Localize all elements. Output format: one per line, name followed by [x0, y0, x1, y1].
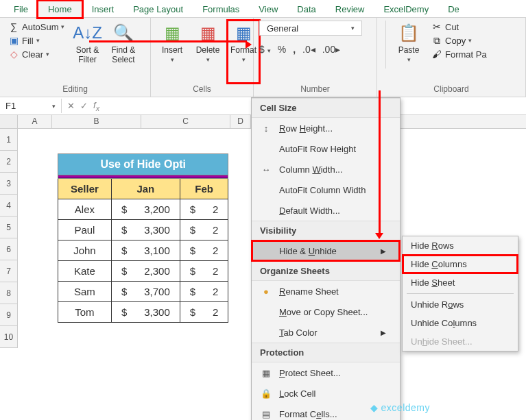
menu-hide-columns[interactable]: Hide Columns — [403, 255, 518, 273]
paint-brush-icon: 🖌 — [431, 49, 442, 60]
fill-button[interactable]: ▣Fill ▾ — [5, 34, 67, 47]
insert-button[interactable]: ▦Insert▾ — [156, 21, 188, 83]
menu-autofit-col[interactable]: AutoFit Column Width — [252, 180, 400, 200]
menu-rename-sheet[interactable]: ●Rename Sheet — [252, 281, 400, 301]
tab-more[interactable]: De — [438, 1, 469, 17]
menu-hide-unhide[interactable]: Hide & Unhide▶ — [252, 240, 400, 261]
cell-jan[interactable]: $ 3,200 — [111, 199, 180, 220]
tab-file[interactable]: File — [4, 1, 38, 17]
group-cells: ▦Insert▾ ▦Delete▾ ▦Format▾ Cells — [151, 18, 254, 97]
percent-button[interactable]: % — [278, 44, 286, 55]
row-headers: 1 2 3 4 5 6 7 8 9 10 — [0, 129, 18, 348]
sort-filter-button[interactable]: A↓ZSort & Filter — [71, 21, 103, 83]
number-format-dropdown[interactable]: General▾ — [259, 21, 362, 36]
chevron-down-icon: ▾ — [61, 23, 64, 30]
eraser-icon: ◇ — [8, 49, 19, 60]
group-cells-label: Cells — [156, 83, 248, 95]
tab-review[interactable]: Review — [326, 1, 374, 17]
row-header[interactable]: 4 — [0, 195, 18, 217]
cell-feb[interactable]: $ 2 — [180, 240, 228, 261]
row-header[interactable]: 3 — [0, 173, 18, 195]
cell-seller[interactable]: Tom — [58, 302, 112, 323]
menu-autofit-row[interactable]: AutoFit Row Height — [252, 138, 400, 159]
watermark: ◆exceldemy — [370, 402, 430, 413]
paste-button[interactable]: 📋Paste▾ — [393, 21, 425, 83]
delete-button[interactable]: ▦Delete▾ — [192, 21, 224, 83]
menu-lock-cell[interactable]: 🔒Lock Cell — [252, 383, 400, 404]
tab-insert[interactable]: Insert — [82, 1, 124, 17]
comma-button[interactable]: , — [293, 44, 296, 55]
menu-label: AutoFit Column Width — [279, 185, 366, 195]
cell-seller[interactable]: John — [58, 240, 112, 261]
group-editing: ∑AutoSum ▾ ▣Fill ▾ ◇Clear ▾ A↓ZSort & Fi… — [0, 18, 151, 97]
menu-hide-sheet[interactable]: Hide Sheet — [403, 273, 518, 292]
name-box-value: F1 — [5, 101, 16, 111]
menu-column-width[interactable]: ↔Column Width... — [252, 159, 400, 180]
col-header-a[interactable]: A — [18, 115, 52, 128]
row-header[interactable]: 7 — [0, 260, 18, 282]
copy-button[interactable]: ⧉Copy ▾ — [429, 34, 490, 47]
fx-icon[interactable]: fx — [93, 100, 99, 112]
tab-view[interactable]: View — [249, 1, 287, 17]
cell-seller[interactable]: Paul — [58, 220, 112, 240]
clear-button[interactable]: ◇Clear ▾ — [5, 48, 67, 60]
menu-unhide-rows[interactable]: Unhide Rows — [403, 295, 518, 314]
group-number-label: Number — [259, 83, 371, 95]
cell-feb[interactable]: $ 2 — [180, 261, 228, 282]
chevron-down-icon: ▾ — [206, 56, 210, 63]
cell-feb[interactable]: $ 2 — [180, 220, 228, 240]
tab-formulas[interactable]: Formulas — [193, 1, 249, 17]
row-height-icon: ↕ — [260, 122, 272, 134]
cell-seller[interactable]: Kate — [58, 261, 112, 282]
cut-button[interactable]: ✂Cut — [429, 21, 490, 33]
hide-unhide-submenu: Hide Rows Hide Columns Hide Sheet Unhide… — [402, 236, 518, 351]
cell-jan[interactable]: $ 3,300 — [111, 302, 180, 323]
accounting-button[interactable]: $ ▾ — [259, 44, 271, 55]
row-header[interactable]: 6 — [0, 238, 18, 260]
row-header[interactable]: 5 — [0, 217, 18, 238]
row-header[interactable]: 8 — [0, 282, 18, 304]
cell-jan[interactable]: $ 3,100 — [111, 240, 180, 261]
cell-feb[interactable]: $ 2 — [180, 199, 228, 220]
menu-unhide-columns[interactable]: Unhide Columns — [403, 314, 518, 332]
col-header-d[interactable]: D — [230, 115, 251, 128]
autosum-button[interactable]: ∑AutoSum ▾ — [5, 21, 67, 33]
format-painter-button[interactable]: 🖌Format Pa — [429, 48, 490, 60]
cell-jan[interactable]: $ 2,300 — [111, 261, 180, 282]
enter-icon[interactable]: ✓ — [80, 101, 88, 111]
menu-move-copy[interactable]: Move or Copy Sheet... — [252, 301, 400, 322]
decrease-decimal-button[interactable]: .00▸ — [322, 44, 340, 55]
cancel-icon[interactable]: ✕ — [67, 101, 75, 111]
fill-icon: ▣ — [8, 35, 19, 46]
row-header[interactable]: 1 — [0, 129, 18, 151]
cell-feb[interactable]: $ 2 — [180, 302, 228, 323]
cell-jan[interactable]: $ 3,700 — [111, 282, 180, 302]
menu-label: AutoFit Row Height — [279, 144, 356, 154]
row-header[interactable]: 9 — [0, 304, 18, 326]
cell-seller[interactable]: Alex — [58, 199, 112, 220]
chevron-down-icon: ▾ — [46, 51, 49, 58]
row-header[interactable]: 2 — [0, 151, 18, 173]
cell-seller[interactable]: Sam — [58, 282, 112, 302]
tab-page-layout[interactable]: Page Layout — [123, 1, 193, 17]
find-label: Find & Select — [111, 45, 135, 64]
paste-icon: 📋 — [398, 22, 420, 44]
cell-jan[interactable]: $ 3,300 — [111, 220, 180, 240]
name-box[interactable]: F1▾ — [0, 99, 62, 113]
increase-decimal-button[interactable]: .0◂ — [302, 44, 315, 55]
tab-data[interactable]: Data — [287, 1, 325, 17]
menu-hide-rows[interactable]: Hide Rows — [403, 236, 518, 255]
menu-tab-color[interactable]: Tab Color▶ — [252, 322, 400, 343]
tab-home[interactable]: Home — [38, 1, 82, 18]
menu-default-width[interactable]: Default Width... — [252, 200, 400, 221]
select-all-corner[interactable] — [0, 115, 18, 128]
cell-feb[interactable]: $ 2 — [180, 282, 228, 302]
col-header-c[interactable]: C — [141, 115, 230, 128]
menu-protect-sheet[interactable]: ▦Protect Sheet... — [252, 362, 400, 383]
col-header-b[interactable]: B — [52, 115, 141, 128]
tab-exceldemy[interactable]: ExcelDemy — [374, 1, 438, 17]
menu-row-height[interactable]: ↕Row Height... — [252, 118, 400, 138]
row-header[interactable]: 10 — [0, 326, 18, 348]
find-select-button[interactable]: 🔍Find & Select — [107, 21, 139, 83]
col-jan: Jan — [111, 179, 180, 199]
